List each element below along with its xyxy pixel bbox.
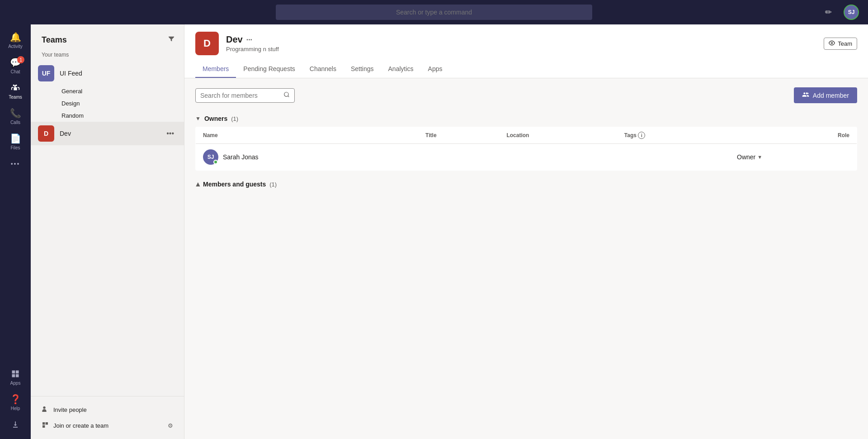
member-name-wrap: SJ Sarah Jonas (203, 149, 411, 165)
tab-settings[interactable]: Settings (344, 61, 381, 78)
sidebar-item-label: Calls (10, 120, 20, 125)
status-online-dot (213, 160, 218, 164)
team-badge[interactable]: Team (824, 38, 857, 50)
sidebar-item-label: Teams (9, 95, 22, 100)
tags-info-icon[interactable]: i (638, 132, 645, 139)
search-input[interactable] (276, 5, 592, 20)
team-name: UI Feed (60, 70, 158, 77)
sidebar-bottom: Apps ❓ Help (10, 365, 21, 439)
member-tags-cell (617, 144, 730, 171)
search-icon (283, 91, 290, 100)
sidebar-item-help[interactable]: ❓ Help (10, 390, 21, 415)
sidebar-item-label: Chat (10, 69, 20, 74)
sidebar-item-files[interactable]: 📄 Files (0, 129, 31, 154)
teams-section-label: Your teams (31, 50, 184, 62)
teams-panel-footer: Invite people Join or create a team ⚙ (31, 396, 184, 439)
teams-panel-header: Teams (31, 24, 184, 50)
guests-section-header[interactable]: ▶ Members and guests (1) (195, 176, 857, 192)
channel-item-random[interactable]: Random (31, 110, 184, 122)
role-chevron-icon: ▼ (757, 154, 762, 160)
svg-rect-3 (42, 425, 45, 428)
invite-people-action[interactable]: Invite people (38, 402, 177, 418)
sidebar-item-apps[interactable]: Apps (10, 365, 21, 389)
sidebar-item-chat[interactable]: 💬 1 Chat (0, 53, 31, 78)
files-icon: 📄 (10, 133, 21, 144)
team-header-info: D Dev ··· Programming n stuff Team (195, 32, 857, 55)
svg-rect-2 (46, 422, 48, 425)
member-role-cell: Owner ▼ (730, 144, 857, 171)
join-label: Join or create a team (53, 422, 108, 429)
guests-section-title: Members and guests (203, 181, 266, 188)
compose-icon[interactable]: ✏ (825, 7, 832, 17)
more-icon: ••• (10, 158, 21, 169)
role-dropdown[interactable]: Owner ▼ (737, 153, 849, 161)
user-avatar[interactable]: SJ (844, 5, 859, 20)
sidebar-item-label: Files (10, 145, 20, 150)
add-member-icon (802, 91, 809, 100)
guests-chevron-icon: ▶ (194, 182, 201, 186)
member-title-cell (418, 144, 499, 171)
channel-item-general[interactable]: General (31, 85, 184, 97)
join-icon (42, 421, 49, 430)
sidebar-item-label: Help (11, 406, 20, 411)
tab-pending[interactable]: Pending Requests (236, 61, 302, 78)
team-item-ui-feed[interactable]: UF UI Feed ••• (31, 62, 184, 85)
col-title: Title (418, 127, 499, 144)
channel-item-design[interactable]: Design (31, 97, 184, 110)
members-table: Name Title Location Tags i Role (195, 127, 857, 171)
topbar: ✏ SJ (0, 0, 868, 24)
svg-point-0 (43, 406, 45, 409)
search-members-input[interactable] (200, 92, 280, 99)
eye-icon (829, 40, 835, 48)
sidebar-item-label: Activity (8, 44, 23, 49)
tab-apps[interactable]: Apps (421, 61, 450, 78)
teams-settings-button[interactable]: ⚙ (168, 422, 173, 429)
col-name: Name (196, 127, 419, 144)
owners-section-header[interactable]: ▼ Owners (1) (195, 110, 857, 127)
tab-analytics[interactable]: Analytics (381, 61, 421, 78)
apps-icon (10, 368, 21, 379)
sidebar-item-label: Apps (10, 381, 21, 386)
activity-icon: 🔔 (10, 32, 21, 43)
team-header-avatar: D (195, 32, 219, 55)
main-container: 🔔 Activity 💬 1 Chat Teams 📞 Calls 📄 File… (0, 24, 868, 439)
col-location: Location (499, 127, 617, 144)
svg-rect-1 (42, 422, 45, 425)
download-icon (10, 419, 21, 430)
invite-icon (42, 406, 49, 414)
sidebar-item-activity[interactable]: 🔔 Activity (0, 28, 31, 52)
teams-filter-button[interactable] (166, 33, 177, 46)
owners-section-title: Owners (204, 115, 227, 122)
content-header: D Dev ··· Programming n stuff Team Membe… (184, 24, 868, 78)
member-avatar: SJ (203, 149, 218, 165)
team-header-desc: Programming n stuff (226, 46, 816, 52)
sidebar: 🔔 Activity 💬 1 Chat Teams 📞 Calls 📄 File… (0, 24, 31, 439)
add-member-button[interactable]: Add member (794, 87, 857, 103)
sidebar-item-more[interactable]: ••• (0, 155, 31, 173)
sidebar-item-calls[interactable]: 📞 Calls (0, 104, 31, 129)
guests-section-count: (1) (269, 181, 277, 188)
team-header-name: Dev ··· (226, 34, 816, 45)
tab-members[interactable]: Members (195, 61, 236, 78)
team-options-dots[interactable]: ··· (246, 36, 252, 44)
member-name: Sarah Jonas (223, 153, 259, 161)
sidebar-item-teams[interactable]: Teams (0, 79, 31, 103)
member-name-cell: SJ Sarah Jonas (196, 144, 419, 171)
role-label: Owner (737, 153, 755, 161)
members-toolbar: Add member (195, 87, 857, 103)
svg-line-6 (288, 95, 289, 97)
add-member-label: Add member (813, 92, 849, 99)
help-icon: ❓ (10, 394, 21, 405)
team-name: Dev (60, 130, 158, 137)
team-item-dev[interactable]: D Dev ••• (31, 122, 184, 145)
search-members-wrap[interactable] (195, 88, 295, 103)
col-tags: Tags i (617, 127, 730, 144)
team-more-button-dev[interactable]: ••• (164, 129, 177, 138)
table-header-row: Name Title Location Tags i Role (196, 127, 857, 144)
invite-label: Invite people (53, 406, 87, 413)
join-create-action[interactable]: Join or create a team ⚙ (38, 418, 177, 434)
sidebar-item-download[interactable] (10, 415, 21, 434)
svg-point-5 (284, 92, 288, 96)
tab-channels[interactable]: Channels (302, 61, 344, 78)
teams-icon (10, 82, 21, 93)
